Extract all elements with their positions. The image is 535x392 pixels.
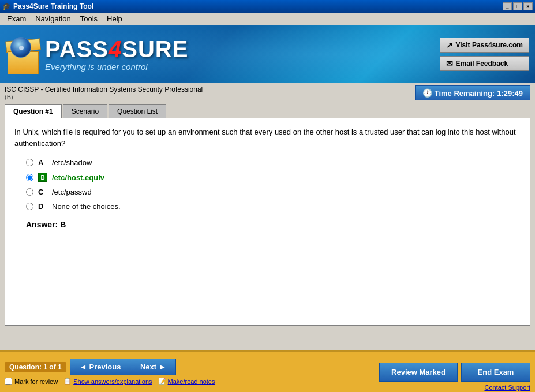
answer-option-d: D None of the choices. (26, 202, 521, 211)
visit-button[interactable]: ↗ Visit Pass4sure.com (440, 38, 529, 53)
question-counter: Question: 1 of 1 (5, 362, 66, 372)
option-letter-c: C (38, 188, 47, 196)
answer-value: B (60, 220, 66, 229)
label-b[interactable]: B (38, 173, 47, 182)
question-text: In Unix, which file is required for you … (14, 126, 521, 149)
previous-button[interactable]: ◄ Previous (70, 359, 130, 375)
exam-title: ISC CISSP - Certified Information System… (5, 85, 203, 94)
answer-text-b: /etc/host.equiv (52, 173, 104, 182)
contact-support-link[interactable]: Contact Support (485, 384, 531, 391)
logo-sure: SURE (122, 36, 188, 62)
label-c[interactable]: C (38, 188, 47, 196)
option-letter-a: A (38, 158, 47, 167)
end-exam-button[interactable]: End Exam (461, 363, 530, 382)
timer-value: 1:29:49 (497, 89, 523, 98)
minimize-button[interactable]: _ (503, 2, 512, 10)
label-a[interactable]: A (38, 158, 47, 167)
show-answers-link[interactable]: 📋 Show answers/explanations (63, 378, 152, 385)
exam-info: ISC CISSP - Certified Information System… (5, 85, 203, 100)
visit-label: Visit Pass4sure.com (455, 41, 523, 49)
bottom-navigation: Question: 1 of 1 ◄ Previous Next ► Mark … (0, 350, 535, 392)
prev-arrow-icon: ◄ (80, 363, 87, 371)
email-label: Email Feedback (455, 59, 508, 68)
answer-section: Answer: B (26, 220, 521, 229)
answer-option-b: B /etc/host.equiv (26, 173, 521, 182)
option-letter-d: D (38, 202, 47, 211)
radio-a[interactable] (26, 159, 33, 166)
visit-icon: ↗ (446, 40, 453, 50)
label-d[interactable]: D (38, 202, 47, 211)
next-button[interactable]: Next ► (130, 359, 176, 375)
prev-label: Previous (89, 363, 121, 371)
tab-question-list[interactable]: Question List (109, 104, 166, 118)
close-button[interactable]: × (523, 2, 533, 10)
answer-label-text: Answer: (26, 220, 58, 229)
logo-area: PASS4SURE Everything is under control (6, 34, 188, 74)
radio-b[interactable] (26, 174, 33, 181)
answer-option-a: A /etc/shadow (26, 158, 521, 167)
make-notes-label: Make/read notes (168, 378, 215, 385)
exam-subtitle: (B) (5, 94, 203, 100)
menu-navigation[interactable]: Navigation (31, 13, 75, 24)
logo-tagline: Everything is under control (45, 62, 188, 72)
review-marked-button[interactable]: Review Marked (379, 363, 458, 382)
question-container: In Unix, which file is required for you … (5, 118, 530, 326)
tab-question[interactable]: Question #1 (5, 104, 62, 118)
title-bar: 🎓 Pass4Sure Training Tool _ □ × (0, 0, 535, 13)
answer-text-d: None of the choices. (52, 202, 121, 211)
notes-icon: 📝 (158, 378, 166, 385)
header-buttons: ↗ Visit Pass4sure.com ✉ Email Feedback (440, 38, 529, 71)
menu-bar: Exam Navigation Tools Help (0, 13, 535, 25)
nav-buttons: ◄ Previous Next ► (70, 359, 177, 375)
timer-box: 🕐 Time Remaining: 1:29:49 (415, 85, 530, 100)
app-title: Pass4Sure Training Tool (13, 2, 93, 10)
nav-top-row: Question: 1 of 1 ◄ Previous Next ► (5, 359, 215, 375)
nav-bottom-row: Mark for review 📋 Show answers/explanati… (5, 378, 215, 385)
logo-four: 4 (109, 36, 122, 62)
answer-text-a: /etc/shadow (52, 158, 92, 167)
email-feedback-button[interactable]: ✉ Email Feedback (440, 56, 529, 71)
mark-review-label: Mark for review (14, 378, 58, 385)
header-banner: PASS4SURE Everything is under control ↗ … (0, 25, 535, 83)
menu-tools[interactable]: Tools (76, 13, 102, 24)
mark-review-checkbox[interactable] (5, 378, 12, 385)
answer-text-c: /etc/passwd (52, 188, 92, 196)
tabs-bar: Question #1 Scenario Question List (0, 102, 535, 118)
right-nav-buttons: Review Marked End Exam (379, 363, 530, 382)
title-left: 🎓 Pass4Sure Training Tool (2, 2, 93, 10)
menu-exam[interactable]: Exam (2, 13, 31, 24)
app-icon: 🎓 (2, 2, 11, 10)
mark-review-checkbox-label[interactable]: Mark for review (5, 378, 58, 385)
clock-icon: 🕐 (422, 88, 432, 98)
next-label: Next (140, 363, 156, 371)
window-controls[interactable]: _ □ × (503, 2, 533, 10)
maximize-button[interactable]: □ (513, 2, 522, 10)
radio-d[interactable] (26, 203, 33, 210)
nav-left-section: Question: 1 of 1 ◄ Previous Next ► Mark … (5, 359, 215, 385)
correct-indicator-b: B (38, 173, 47, 182)
timer-label: Time Remaining: (435, 89, 495, 98)
make-notes-link[interactable]: 📝 Make/read notes (158, 378, 215, 385)
logo-icon (6, 34, 40, 74)
tab-scenario[interactable]: Scenario (63, 104, 107, 118)
radio-c[interactable] (26, 188, 33, 196)
cd-disc (10, 37, 31, 58)
show-answers-icon: 📋 (63, 378, 72, 385)
show-answers-label: Show answers/explanations (73, 378, 152, 385)
email-icon: ✉ (446, 59, 453, 68)
next-arrow-icon: ► (159, 363, 166, 371)
exam-info-bar: ISC CISSP - Certified Information System… (0, 83, 535, 102)
logo-pass: PASS (45, 36, 109, 62)
logo-text-area: PASS4SURE Everything is under control (45, 38, 188, 72)
logo-text: PASS4SURE (45, 38, 188, 61)
menu-help[interactable]: Help (102, 13, 127, 24)
answer-option-c: C /etc/passwd (26, 188, 521, 196)
